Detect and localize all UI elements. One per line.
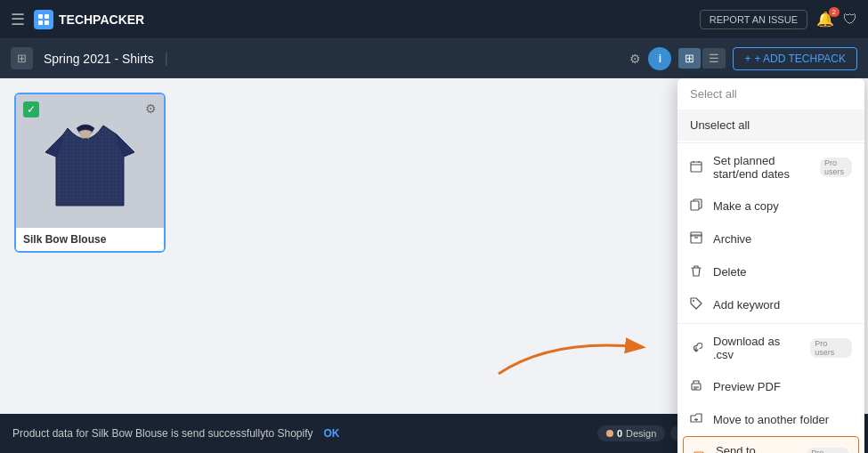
send-shopify-label: Send to Shopify bbox=[716, 444, 796, 453]
pro-badge-shopify: Pro users bbox=[807, 448, 849, 453]
copy-icon bbox=[690, 198, 704, 214]
preview-pdf-item[interactable]: Preview PDF bbox=[677, 370, 864, 403]
menu-divider-2 bbox=[677, 323, 864, 324]
report-issue-button[interactable]: REPORT AN ISSUE bbox=[700, 10, 807, 29]
product-title: Silk Bow Blouse bbox=[16, 228, 164, 251]
add-keyword-label: Add keyword bbox=[713, 298, 780, 311]
make-copy-label: Make a copy bbox=[713, 199, 779, 213]
svg-rect-1 bbox=[45, 14, 49, 19]
dropdown-menu: Select all Unselect all Set planned star… bbox=[677, 78, 864, 453]
archive-icon bbox=[690, 231, 704, 247]
add-keyword-item[interactable]: Add keyword bbox=[677, 288, 864, 321]
add-icon: + bbox=[744, 53, 750, 65]
archive-label: Archive bbox=[713, 232, 751, 246]
ok-button[interactable]: OK bbox=[324, 427, 340, 440]
status-message: Product data for Silk Bow Blouse is send… bbox=[12, 427, 313, 440]
tag-icon bbox=[690, 297, 704, 312]
design-tag: 0 Design bbox=[597, 425, 665, 441]
unselect-all-item[interactable]: Unselect all bbox=[677, 109, 864, 141]
design-label: Design bbox=[626, 428, 656, 439]
preview-pdf-label: Preview PDF bbox=[713, 380, 781, 393]
pro-badge-dates: Pro users bbox=[820, 158, 852, 177]
archive-item[interactable]: Archive bbox=[677, 222, 864, 255]
collection-title: Spring 2021 - Shirts bbox=[44, 52, 154, 66]
product-card[interactable]: ✓ ⚙ bbox=[14, 93, 166, 253]
top-nav: ☰ TECHPACKER REPORT AN ISSUE 🔔 2 🛡 bbox=[0, 0, 868, 39]
svg-rect-2 bbox=[38, 20, 43, 25]
notification-badge: 2 bbox=[829, 7, 840, 17]
title-divider: | bbox=[165, 51, 168, 67]
brand-icon bbox=[34, 10, 53, 29]
card-checkbox[interactable]: ✓ bbox=[23, 101, 39, 117]
svg-point-18 bbox=[693, 300, 694, 302]
brand-name: TECHPACKER bbox=[59, 12, 144, 27]
delete-item[interactable]: Delete bbox=[677, 255, 864, 288]
grid-view-button[interactable]: ⊞ bbox=[678, 48, 701, 69]
design-dot bbox=[606, 430, 613, 437]
card-settings-icon[interactable]: ⚙ bbox=[145, 101, 157, 116]
pro-badge-csv: Pro users bbox=[810, 338, 852, 358]
svg-rect-0 bbox=[38, 14, 43, 19]
trash-icon bbox=[690, 264, 704, 279]
svg-rect-14 bbox=[691, 201, 699, 210]
shirt-illustration bbox=[37, 103, 143, 219]
sub-nav: ⊞ Spring 2021 - Shirts | ⚙ i ⊞ ☰ + + ADD… bbox=[0, 39, 868, 78]
list-view-button[interactable]: ☰ bbox=[702, 48, 726, 69]
move-folder-label: Move to another folder bbox=[713, 413, 829, 426]
set-dates-item[interactable]: Set planned start/end dates Pro users bbox=[677, 145, 864, 190]
svg-rect-3 bbox=[45, 20, 49, 25]
download-csv-item[interactable]: Download as .csv Pro users bbox=[677, 326, 864, 370]
brand-logo: TECHPACKER bbox=[34, 10, 144, 29]
design-count: 0 bbox=[617, 428, 622, 439]
filter-icon[interactable]: ⚙ bbox=[629, 52, 641, 66]
add-techpack-label: + ADD TECHPACK bbox=[754, 53, 846, 65]
shopify-icon bbox=[693, 450, 707, 454]
download-csv-label: Download as .csv bbox=[713, 335, 799, 361]
view-toggle: ⊞ ☰ bbox=[678, 48, 726, 69]
sub-nav-actions: ⚙ i ⊞ ☰ + + ADD TECHPACK bbox=[629, 47, 857, 70]
folder-icon bbox=[690, 412, 704, 427]
select-all-item[interactable]: Select all bbox=[677, 78, 864, 109]
notification-bell[interactable]: 🔔 2 bbox=[816, 11, 834, 28]
menu-divider-1 bbox=[677, 142, 864, 143]
grid-view-icon[interactable]: ⊞ bbox=[11, 47, 33, 69]
cloud-download-icon bbox=[690, 341, 704, 356]
info-circle-button[interactable]: i bbox=[648, 47, 671, 70]
add-techpack-button[interactable]: + + ADD TECHPACK bbox=[733, 47, 857, 70]
delete-label: Delete bbox=[713, 265, 747, 279]
help-icon[interactable]: 🛡 bbox=[843, 12, 857, 28]
svg-rect-9 bbox=[691, 162, 702, 172]
printer-icon bbox=[690, 379, 704, 394]
make-copy-item[interactable]: Make a copy bbox=[677, 190, 864, 222]
move-folder-item[interactable]: Move to another folder bbox=[677, 403, 864, 436]
hamburger-icon[interactable]: ☰ bbox=[11, 10, 25, 29]
calendar-icon bbox=[690, 160, 704, 175]
set-dates-label: Set planned start/end dates bbox=[713, 154, 809, 181]
send-shopify-item[interactable]: Send to Shopify Pro users bbox=[683, 436, 859, 453]
